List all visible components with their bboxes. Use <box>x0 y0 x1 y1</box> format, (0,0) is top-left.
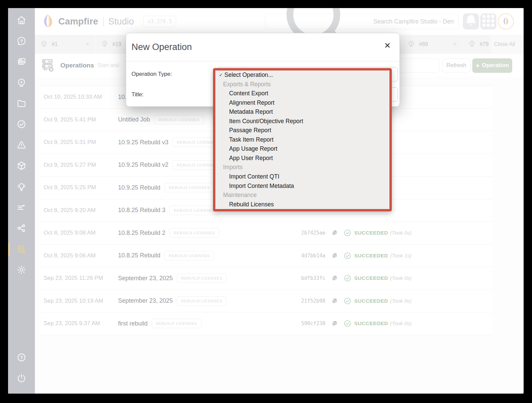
dropdown-option[interactable]: Alignment Report <box>215 98 389 108</box>
dropdown-option[interactable]: Task Item Report <box>215 135 389 145</box>
dropdown-option[interactable]: Import Content Metadata <box>215 182 389 191</box>
modal-title: New Operation <box>131 42 192 52</box>
check-icon: ✓ <box>219 70 223 80</box>
dropdown-group-header: Exports & Reports <box>215 80 389 89</box>
dropdown-option[interactable]: Item Count/Objective Report <box>215 117 389 126</box>
dropdown-option[interactable]: App User Report <box>215 154 389 163</box>
operation-type-dropdown: ✓Select Operation...Exports & ReportsCon… <box>213 68 392 211</box>
dropdown-group-header: Maintenance <box>215 191 389 200</box>
close-icon[interactable]: ✕ <box>384 42 391 50</box>
operation-type-label: Operation Type: <box>131 71 172 78</box>
dropdown-option[interactable]: Rebuild Licenses <box>215 200 389 209</box>
screen-frame: ? ? Campfire Studio v3.279.5 #1✕#19✕#69✕… <box>0 0 532 403</box>
dropdown-option[interactable]: App Usage Report <box>215 144 389 154</box>
title-label: Title: <box>131 91 144 98</box>
dropdown-option[interactable]: Passage Report <box>215 126 389 135</box>
dropdown-option[interactable]: ✓Select Operation... <box>215 70 389 80</box>
dropdown-option[interactable]: Content Export <box>215 89 389 98</box>
dropdown-option[interactable]: Metadata Report <box>215 107 389 117</box>
modal-header: New Operation <box>126 33 400 61</box>
dropdown-option[interactable]: Import Content QTI <box>215 172 389 182</box>
dropdown-group-header: Imports <box>215 163 389 172</box>
